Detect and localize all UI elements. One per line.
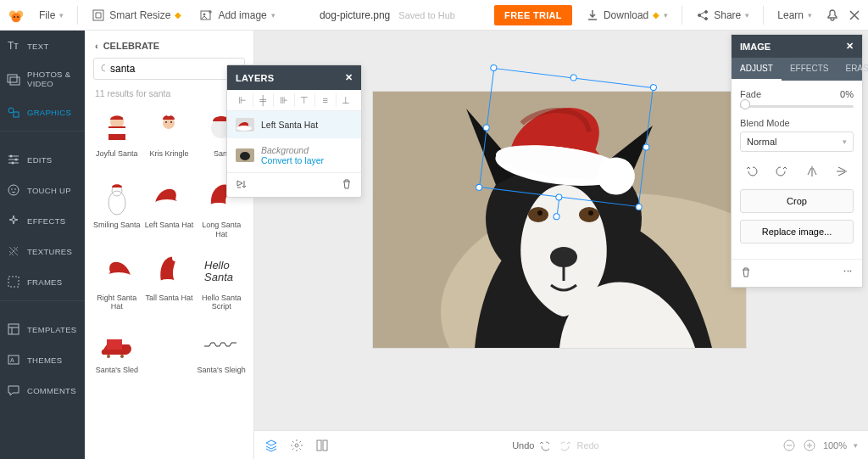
left-santa-hat-layer[interactable] bbox=[480, 69, 654, 208]
graphic-item[interactable]: Kris Kringle bbox=[144, 104, 195, 170]
compare-icon[interactable] bbox=[315, 439, 329, 452]
flip-horizontal-icon[interactable] bbox=[802, 162, 822, 181]
resize-handle[interactable] bbox=[649, 84, 657, 92]
download-button[interactable]: Download◆▾ bbox=[581, 5, 673, 25]
smart-resize-button[interactable]: Smart Resize◆ bbox=[86, 5, 186, 25]
replace-image-button[interactable]: Replace image... bbox=[740, 220, 854, 243]
align-bottom-icon[interactable]: ⊥ bbox=[336, 93, 357, 107]
image-panel[interactable]: IMAGE ✕ ADJUST EFFECTS ERASE Fade0% Blen… bbox=[731, 34, 863, 288]
blend-mode-select[interactable]: Normal▾ bbox=[740, 132, 854, 152]
blend-value: Normal bbox=[747, 137, 776, 147]
rail-graphics[interactable]: GRAPHICS bbox=[0, 97, 85, 127]
tab-effects[interactable]: EFFECTS bbox=[782, 58, 837, 81]
rail-comments[interactable]: COMMENTS bbox=[0, 375, 85, 406]
zoom-level[interactable]: 100% bbox=[823, 440, 847, 451]
redo-button[interactable]: Redo bbox=[561, 439, 598, 451]
chevron-down-icon: ▾ bbox=[59, 11, 64, 20]
layers-sort-icon[interactable] bbox=[236, 178, 249, 192]
align-middle-icon[interactable]: ≡ bbox=[314, 93, 336, 107]
file-menu[interactable]: File▾ bbox=[34, 6, 69, 25]
graphic-label: Smiling Santa bbox=[93, 221, 141, 238]
rail-label: TEMPLATES bbox=[27, 325, 76, 334]
svg-point-17 bbox=[15, 159, 18, 161]
zoom-in-icon[interactable] bbox=[803, 439, 816, 452]
crop-button[interactable]: Crop bbox=[740, 189, 854, 213]
share-button[interactable]: Share▾ bbox=[691, 5, 754, 25]
close-icon[interactable]: ✕ bbox=[345, 72, 353, 83]
tab-adjust[interactable]: ADJUST bbox=[732, 58, 782, 81]
layer-row[interactable]: BackgroundConvert to layer bbox=[227, 138, 361, 172]
layers-header[interactable]: LAYERS ✕ bbox=[227, 65, 361, 90]
chevron-down-icon: ▾ bbox=[808, 11, 812, 20]
breadcrumb[interactable]: ‹CELEBRATE bbox=[85, 31, 253, 58]
close-icon[interactable]: ✕ bbox=[846, 41, 854, 52]
graphic-item[interactable]: Santa's Sleigh bbox=[196, 320, 247, 386]
settings-icon[interactable] bbox=[290, 439, 303, 452]
rail-effects[interactable]: EFFECTS bbox=[0, 205, 85, 236]
selection-box[interactable] bbox=[479, 68, 654, 207]
graphic-item[interactable]: Santa's Sled bbox=[92, 320, 142, 386]
trash-icon[interactable] bbox=[740, 266, 752, 280]
flip-vertical-icon[interactable] bbox=[832, 162, 852, 181]
fade-value: 0% bbox=[840, 89, 854, 99]
more-icon[interactable]: ⋮ bbox=[843, 266, 854, 280]
svg-text:Santa: Santa bbox=[204, 271, 233, 283]
graphic-item[interactable]: Joyful Santa bbox=[92, 104, 142, 170]
undo-icon bbox=[537, 439, 549, 451]
layers-title: LAYERS bbox=[236, 73, 274, 83]
rail-text[interactable]: TтTEXT bbox=[0, 31, 85, 61]
svg-rect-65 bbox=[323, 440, 327, 451]
align-right-icon[interactable]: ⊪ bbox=[273, 93, 294, 107]
rail-textures[interactable]: TEXTURES bbox=[0, 236, 85, 266]
graphic-item[interactable]: Left Santa Hat bbox=[144, 175, 195, 243]
svg-rect-23 bbox=[8, 324, 19, 334]
layers-toggle-icon[interactable] bbox=[264, 439, 278, 452]
rail-photos-video[interactable]: PHOTOS & VIDEO bbox=[0, 61, 85, 97]
align-left-icon[interactable]: ⊩ bbox=[232, 93, 253, 107]
image-panel-header[interactable]: IMAGE ✕ bbox=[732, 35, 862, 58]
svg-point-19 bbox=[8, 185, 19, 195]
rail-frames[interactable]: FRAMES bbox=[0, 266, 85, 297]
learn-menu[interactable]: Learn▾ bbox=[772, 6, 817, 25]
svg-rect-12 bbox=[8, 75, 17, 82]
rail-themes[interactable]: ATHEMES bbox=[0, 344, 85, 375]
add-image-button[interactable]: Add image▾ bbox=[195, 5, 280, 25]
fade-slider[interactable] bbox=[740, 105, 854, 108]
rail-label: TEXTURES bbox=[27, 247, 72, 256]
face-icon bbox=[7, 183, 20, 197]
filename-label[interactable]: dog-picture.png bbox=[320, 9, 390, 21]
chevron-down-icon: ▾ bbox=[854, 441, 858, 450]
graphic-item[interactable]: Right Santa Hat bbox=[92, 248, 142, 316]
graphic-item[interactable]: HelloSantaHello Santa Script bbox=[196, 248, 247, 316]
resize-icon bbox=[92, 8, 105, 22]
rail-touchup[interactable]: TOUCH UP bbox=[0, 175, 85, 205]
chevron-down-icon: ▾ bbox=[271, 11, 275, 20]
tall-santa-hat-icon bbox=[154, 253, 183, 288]
graphic-item[interactable]: Tall Santa Hat bbox=[144, 248, 195, 316]
convert-to-layer-link[interactable]: Convert to layer bbox=[261, 155, 324, 165]
trash-icon[interactable] bbox=[341, 178, 353, 192]
layer-name: Background bbox=[261, 145, 324, 155]
bell-icon[interactable] bbox=[826, 8, 839, 22]
undo-button[interactable]: Undo bbox=[512, 439, 549, 451]
svg-point-39 bbox=[153, 199, 181, 210]
graphic-label: Tall Santa Hat bbox=[145, 294, 192, 311]
graphic-item bbox=[144, 320, 195, 386]
zoom-out-icon[interactable] bbox=[782, 439, 796, 452]
rail-label: EFFECTS bbox=[27, 216, 65, 226]
search-input-wrap[interactable] bbox=[93, 58, 245, 80]
free-trial-button[interactable]: FREE TRIAL bbox=[494, 5, 572, 25]
rail-edits[interactable]: EDITS bbox=[0, 144, 85, 175]
rotate-right-icon[interactable] bbox=[771, 162, 792, 181]
rotate-left-icon[interactable] bbox=[742, 162, 762, 181]
layer-row[interactable]: Left Santa Hat bbox=[227, 111, 361, 138]
align-top-icon[interactable]: ⊤ bbox=[294, 93, 315, 107]
rail-templates[interactable]: TEMPLATES bbox=[0, 314, 85, 344]
graphic-item[interactable]: Smiling Santa bbox=[92, 175, 142, 243]
layers-panel[interactable]: LAYERS ✕ ⊩╪⊪⊤≡⊥ Left Santa Hat Backgroun… bbox=[226, 64, 362, 198]
tab-erase[interactable]: ERASE bbox=[837, 58, 868, 81]
close-icon[interactable] bbox=[848, 8, 861, 22]
search-input[interactable] bbox=[110, 63, 237, 75]
svg-text:A: A bbox=[10, 357, 14, 363]
align-center-icon[interactable]: ╪ bbox=[253, 93, 274, 107]
